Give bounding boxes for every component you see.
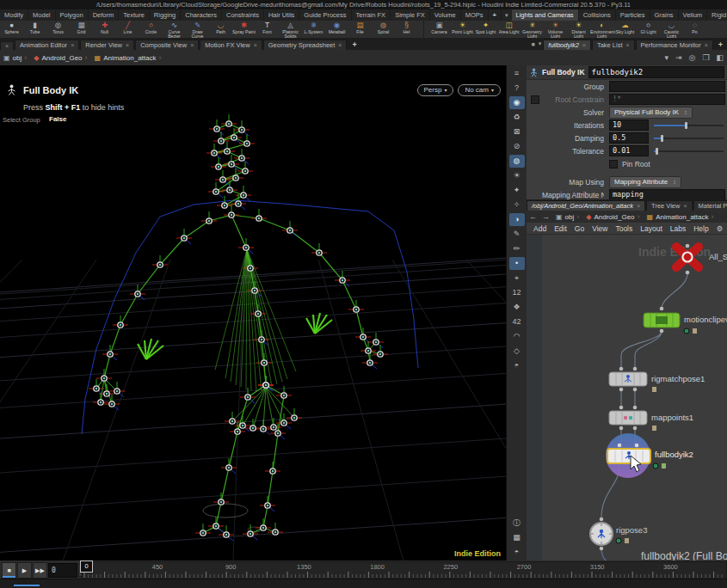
dropdown-caret-icon[interactable]: ▾ [661, 53, 672, 62]
pane-tab[interactable]: Animation Editor × [15, 40, 79, 50]
iterations-field[interactable]: 10 [609, 119, 649, 131]
shelf-tab[interactable]: Polygon [56, 9, 89, 21]
shelf-tool[interactable]: ✚ Null [93, 21, 116, 34]
flag-badge[interactable] [684, 328, 689, 334]
shelf-tab[interactable]: Volume [430, 9, 461, 21]
shelf-tool[interactable]: ◐ Environment Light [590, 21, 613, 39]
close-icon[interactable]: × [626, 42, 630, 48]
shelf-tool[interactable]: ▣ Camera [428, 21, 451, 34]
shelf-tool[interactable]: ◌ Po [683, 21, 706, 34]
current-frame-field[interactable]: 0 [48, 563, 77, 578]
shelf-tab[interactable]: Modify [0, 9, 28, 21]
group-field[interactable] [609, 81, 725, 92]
shelf-tool[interactable]: § Hel [395, 21, 418, 34]
iterations-slider[interactable] [654, 121, 725, 130]
close-icon[interactable]: × [71, 42, 74, 48]
node-rigpose3[interactable]: rigpose3 [590, 518, 647, 551]
view-tool-icon[interactable]: ◉ [509, 96, 525, 109]
add-shelf-tab-button[interactable]: + [489, 9, 502, 21]
damping-field[interactable]: 0.5 [609, 132, 649, 144]
path-crumb[interactable]: ◆ Android_Geo › [582, 212, 643, 221]
shelf-tool[interactable]: ▦ Grid [70, 21, 93, 34]
shelf-tool[interactable]: T Font [256, 21, 279, 34]
pane-tab-stub[interactable]: × [0, 41, 14, 50]
pane-control-icon[interactable]: ▾ [537, 40, 544, 47]
shelf-tab[interactable]: Guide Process [299, 9, 351, 21]
ghost-other-objects-icon[interactable]: ⊘ [509, 140, 525, 153]
pane-control-icon[interactable]: ■ [530, 41, 537, 47]
pin-pane-icon[interactable]: ⇥ [672, 53, 686, 62]
shade-mode-icon[interactable]: ◍ [509, 155, 525, 168]
menu-item[interactable]: Help [693, 224, 708, 233]
shelf-tab[interactable]: Collisions [579, 9, 616, 21]
shelf-tool[interactable]: ☁ Sky Light [613, 21, 637, 34]
pin-root-checkbox[interactable] [609, 160, 618, 168]
pane-tab[interactable]: Composite View × [135, 40, 199, 50]
map-using-dropdown[interactable]: Mapping Attribute ↕ [609, 176, 681, 188]
tolerance-field[interactable]: 0.01 [609, 145, 649, 156]
shelf-tool[interactable]: ◍ Spiral [372, 21, 395, 34]
materials-icon[interactable]: ✎ [509, 228, 525, 241]
help-icon[interactable]: ? [509, 82, 525, 95]
marker-42-icon[interactable]: 42 [509, 315, 525, 328]
shelf-tool[interactable]: ▤ File [348, 21, 372, 34]
pane-tab[interactable]: fullbodyik2 × [543, 40, 591, 50]
snapshot-camera-icon[interactable]: ◓ [509, 359, 525, 372]
shelf-tool[interactable]: ○ GI Light [637, 21, 660, 34]
menu-item[interactable]: Tools [615, 224, 632, 233]
shelf-tool[interactable]: ❄ L-System [302, 21, 325, 34]
close-icon[interactable]: × [338, 42, 342, 48]
shelf-tool[interactable]: ◡ Caustic Light [660, 21, 683, 39]
node-mappoints1[interactable]: mappoints1 [609, 406, 693, 431]
play-button[interactable]: ▶ [17, 562, 32, 579]
flag-badge[interactable] [653, 463, 658, 469]
camera-lock-icon[interactable]: ◓ [509, 546, 525, 559]
close-icon[interactable]: × [683, 203, 687, 209]
shelf-tool[interactable]: ∿ Curve Bezier [163, 21, 186, 39]
node-motionclipevaluate[interactable]: motionclipeva [644, 307, 727, 334]
close-icon[interactable]: × [254, 42, 257, 48]
radial-menu-icon[interactable]: ◎ [686, 53, 699, 62]
menu-item[interactable]: Add [533, 224, 546, 233]
marker-12-icon[interactable]: 12 [509, 286, 525, 299]
pane-tab[interactable]: Geometry Spreadsheet × [263, 40, 348, 50]
shelf-tab[interactable]: Particles [616, 9, 650, 21]
shelf-tab[interactable]: Characters [181, 9, 222, 21]
close-icon[interactable]: × [5, 43, 9, 49]
menu-item[interactable]: Edit [554, 224, 567, 233]
shelf-tool[interactable]: ☀ Distant Light [567, 21, 590, 39]
asset-tools-icon[interactable]: ⚙ [717, 224, 724, 233]
point-markers-icon[interactable]: • [509, 257, 525, 270]
pane-tab[interactable]: Performance Monitor × [636, 40, 713, 50]
scene-viewport[interactable]: Full Body IK Press Shift + F1 to hide hi… [0, 65, 506, 560]
close-icon[interactable]: × [582, 42, 586, 48]
timeline-ruler[interactable]: 450900135018002250270031503600 [82, 561, 727, 579]
close-icon[interactable]: × [126, 42, 129, 48]
pane-tab[interactable]: Motion FX View × [200, 40, 262, 50]
node-fullbodyik2[interactable]: fullbodyik2 [606, 433, 693, 478]
path-crumb[interactable]: ▣ obj › [552, 212, 582, 221]
pane-tab[interactable]: Render View × [80, 40, 134, 50]
forward-arrow-icon[interactable]: → [539, 212, 552, 221]
stop-button[interactable]: ■ [2, 562, 16, 579]
shelf-tool[interactable]: ✱ Spray Paint [232, 21, 256, 34]
close-icon[interactable]: × [190, 42, 194, 48]
menu-item[interactable]: View [592, 224, 607, 233]
shelf-tool[interactable]: ✦ Spot Light [474, 21, 497, 34]
pane-tab[interactable]: Material Palette × [693, 200, 727, 211]
shelf-tool[interactable]: ✳ Geometry Light [521, 21, 544, 39]
shelf-tab[interactable]: Simple FX [391, 9, 430, 21]
add-pane-tab-button[interactable]: + [348, 40, 360, 50]
shelf-tool[interactable]: ◎ Torus [46, 21, 70, 34]
shelf-tab[interactable]: Rigid Bodies [707, 9, 727, 21]
node-rigmatchpose1[interactable]: rigmatchpose1 [609, 367, 705, 392]
shelf-tab[interactable]: Deform [89, 9, 120, 21]
hand-tool-icon[interactable]: ❖ [509, 301, 525, 314]
close-icon[interactable]: × [637, 203, 640, 209]
shelf-tool[interactable]: ◫ Area Light [497, 21, 521, 34]
menu-item[interactable]: Layout [640, 224, 662, 233]
eyedropper-icon[interactable]: ⌖ [509, 272, 525, 285]
normal-lighting-icon[interactable]: ✦ [509, 184, 525, 197]
close-icon[interactable]: × [705, 42, 708, 48]
shelf-tool[interactable]: ✎ Draw Curve [186, 21, 209, 39]
